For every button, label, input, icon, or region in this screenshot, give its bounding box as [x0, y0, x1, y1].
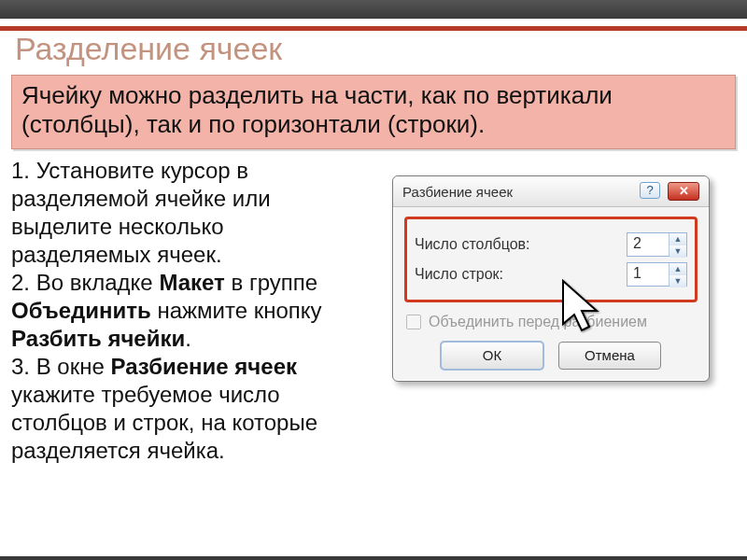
rows-down-icon[interactable]: ▼ [669, 275, 686, 287]
cancel-button[interactable]: Отмена [558, 342, 661, 370]
columns-label: Число столбцов: [415, 236, 529, 253]
step3-prefix: 3. В окне [11, 354, 110, 379]
merge-checkbox[interactable] [406, 315, 421, 329]
split-cells-dialog: Разбиение ячеек ? ✕ Число столбцов: 2 ▲ … [392, 175, 710, 382]
steps-text: 1. Установите курсор в разделяемой ячейк… [11, 157, 347, 465]
rows-spinner[interactable]: 1 ▲ ▼ [627, 262, 687, 287]
ok-button[interactable]: ОК [441, 342, 543, 370]
close-button[interactable]: ✕ [668, 182, 699, 201]
step2-prefix: 2. Во вкладке [11, 270, 159, 295]
step2-merge: Объединить [11, 298, 151, 323]
step2-layout: Макет [159, 270, 224, 295]
title-bar [0, 0, 747, 19]
merge-label: Объединить перед разбиением [429, 314, 647, 330]
slide-title: Разделение ячеек [0, 31, 747, 71]
rows-value[interactable]: 1 [627, 263, 669, 286]
bottom-bar [0, 556, 747, 560]
columns-spinner[interactable]: 2 ▲ ▼ [627, 232, 687, 257]
step1: 1. Установите курсор в разделяемой ячейк… [11, 158, 271, 267]
rows-up-icon[interactable]: ▲ [669, 263, 686, 275]
step2-split: Разбить ячейки [11, 326, 185, 351]
dialog-title: Разбиение ячеек [402, 184, 513, 200]
dialog-title-bar: Разбиение ячеек ? ✕ [393, 176, 709, 207]
columns-value[interactable]: 2 [627, 233, 669, 256]
highlight-box: Число столбцов: 2 ▲ ▼ Число строк: 1 [404, 217, 698, 302]
help-button[interactable]: ? [640, 182, 660, 199]
info-box: Ячейку можно разделить на части, как по … [11, 75, 736, 149]
columns-down-icon[interactable]: ▼ [669, 245, 686, 258]
step3-dialog: Разбиение ячеек [110, 354, 297, 379]
rows-label: Число строк: [415, 266, 503, 283]
columns-up-icon[interactable]: ▲ [669, 233, 686, 245]
